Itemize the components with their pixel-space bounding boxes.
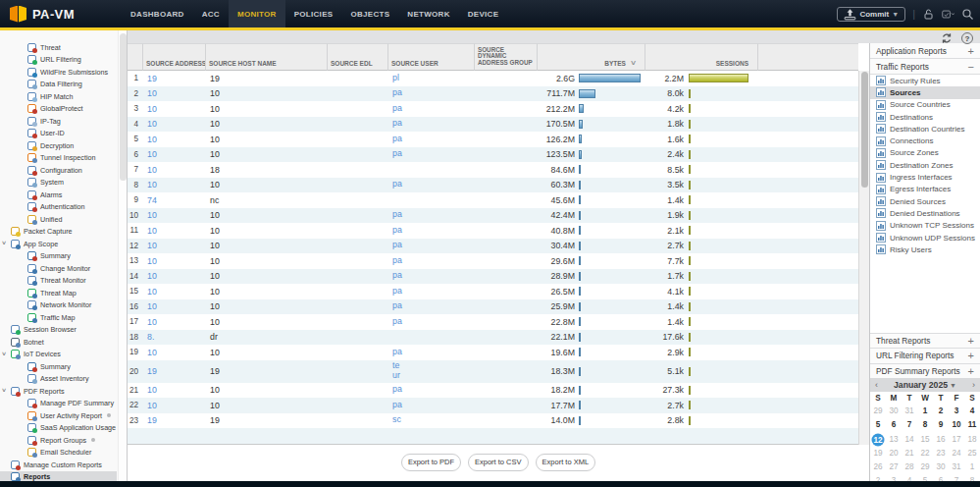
source-address-link[interactable]: 8. (147, 332, 154, 342)
calendar-day[interactable]: 16 (933, 433, 949, 447)
sidebar-item-summary[interactable]: Summary (0, 250, 117, 263)
report-item-denied-destinations[interactable]: Denied Destinations (870, 207, 980, 219)
source-user-link[interactable]: pa (392, 135, 402, 144)
source-address-link[interactable]: 19 (147, 366, 157, 376)
sidebar-item-wildfire-submissions[interactable]: WildFire Submissions (0, 66, 117, 79)
source-address-link[interactable]: 10 (147, 317, 157, 327)
expand-icon[interactable]: + (968, 366, 974, 376)
source-user-link[interactable]: sc (392, 415, 401, 425)
sidebar-item-traffic-map[interactable]: Traffic Map (0, 311, 117, 324)
export-to-xml-button[interactable]: Export to XML (536, 454, 596, 471)
sidebar-item-configuration[interactable]: Configuration (0, 164, 117, 177)
nav-network[interactable]: NETWORK (398, 0, 458, 27)
table-row[interactable]: 51010pa126.2M1.6k (128, 132, 858, 147)
section-traffic-reports[interactable]: Traffic Reports − (870, 59, 980, 75)
sidebar-item-session-browser[interactable]: Session Browser (0, 324, 117, 337)
source-address-link[interactable]: 10 (147, 385, 157, 395)
source-user-link[interactable]: pa (392, 149, 402, 159)
expand-icon[interactable]: + (968, 46, 974, 56)
sidebar-item-data-filtering[interactable]: Data Filtering (0, 79, 117, 91)
report-item-denied-sources[interactable]: Denied Sources (870, 195, 980, 207)
source-user-link[interactable]: pa (392, 180, 402, 189)
col-header-source-user[interactable]: SOURCE USER (388, 43, 475, 71)
table-row[interactable]: 31010pa212.2M4.2k (128, 101, 858, 117)
nav-device[interactable]: DEVICE (459, 0, 508, 27)
collapse-icon[interactable]: − (968, 62, 974, 72)
sidebar-item-threat-map[interactable]: Threat Map (0, 287, 117, 299)
sidebar-item-manage-custom-reports[interactable]: Manage Custom Reports (0, 459, 117, 471)
nav-objects[interactable]: OBJECTS (341, 0, 398, 27)
refresh-icon[interactable] (941, 32, 953, 44)
report-item-destinations[interactable]: Destinations (870, 111, 980, 123)
sidebar-item-decryption[interactable]: Decryption (0, 139, 117, 152)
sidebar-item-ip-tag[interactable]: IP-Tag (0, 115, 117, 128)
source-address-link[interactable]: 10 (147, 256, 157, 266)
table-row[interactable]: 151010pa26.5M4.1k (128, 284, 858, 299)
table-row[interactable]: 21010pa711.7M8.0k (128, 86, 858, 102)
calendar-day[interactable]: 28 (902, 460, 917, 474)
table-row[interactable]: 201919teur18.3M5.1k (128, 360, 858, 383)
section-pdf-summary-reports[interactable]: PDF Summary Reports + (870, 363, 980, 378)
report-item-ingress-interfaces[interactable]: Ingress Interfaces (870, 171, 980, 183)
section-application-reports[interactable]: Application Reports + (870, 43, 980, 59)
sidebar-item-user-id[interactable]: User-ID (0, 128, 117, 140)
table-row[interactable]: 141010pa28.9M1.7k (128, 269, 858, 285)
source-user-link[interactable]: pa (392, 226, 402, 236)
source-user-link[interactable]: pa (392, 119, 402, 129)
table-row[interactable]: 111010pa40.8M2.1k (128, 223, 858, 239)
calendar-day[interactable]: 26 (870, 460, 886, 474)
calendar-day[interactable]: 11 (964, 418, 980, 432)
col-header-sessions[interactable]: SESSIONS (645, 43, 758, 71)
calendar-day[interactable]: 2 (933, 405, 949, 418)
source-address-link[interactable]: 74 (147, 195, 157, 205)
sidebar-item-tunnel-inspection[interactable]: Tunnel Inspection (0, 152, 117, 165)
calendar-day[interactable]: 31 (949, 460, 964, 474)
report-item-source-countries[interactable]: Source Countries (870, 99, 980, 111)
source-user-link[interactable]: pa (392, 104, 402, 114)
calendar-day[interactable]: 25 (964, 447, 980, 460)
calendar-day[interactable]: 24 (949, 447, 964, 460)
table-row[interactable]: 61010pa123.5M2.4k (128, 147, 858, 163)
sidebar-item-manage-pdf-summary[interactable]: Manage PDF Summary (0, 398, 117, 410)
source-address-link[interactable]: 10 (147, 210, 157, 220)
sidebar-item-change-monitor[interactable]: Change Monitor (0, 262, 117, 275)
table-row[interactable]: 41010pa170.5M1.8k (128, 117, 858, 133)
calendar-day[interactable]: 15 (917, 433, 933, 447)
calendar-day[interactable]: 14 (902, 433, 917, 447)
source-user-link[interactable]: pa (392, 210, 402, 220)
calendar-day[interactable]: 17 (949, 433, 964, 447)
sidebar-item-threat[interactable]: Threat (0, 41, 117, 54)
col-header-source-host-name[interactable]: SOURCE HOST NAME (206, 43, 328, 71)
sidebar-item-unified[interactable]: Unified (0, 213, 117, 226)
sidebar-item-asset-inventory[interactable]: Asset Inventory (0, 373, 117, 386)
source-address-link[interactable]: 10 (147, 165, 157, 175)
source-address-link[interactable]: 10 (147, 226, 157, 236)
table-row[interactable]: 171010pa22.8M1.4k (128, 314, 858, 330)
calendar-day[interactable]: 5 (870, 418, 886, 432)
source-address-link[interactable]: 10 (147, 119, 157, 129)
sidebar-item-packet-capture[interactable]: Packet Capture (0, 226, 117, 239)
table-row[interactable]: 231919sc14.0M2.8k (128, 413, 858, 429)
sidebar-item-email-scheduler[interactable]: Email Scheduler (0, 447, 117, 460)
calendar-day[interactable]: 9 (933, 418, 949, 432)
calendar-day[interactable]: 19 (870, 447, 886, 460)
source-user-link[interactable]: pa (392, 287, 402, 297)
calendar-day-selected[interactable]: 12 (870, 433, 886, 447)
calendar-day[interactable]: 30 (933, 460, 949, 474)
chevron-down-icon[interactable]: ∨ (1, 240, 7, 245)
report-item-sources[interactable]: Sources (870, 86, 980, 98)
calendar-day[interactable]: 13 (886, 433, 902, 447)
source-address-link[interactable]: 10 (147, 135, 157, 144)
expand-icon[interactable]: + (968, 351, 974, 360)
nav-dashboard[interactable]: DASHBOARD (122, 0, 193, 27)
source-address-link[interactable]: 10 (147, 348, 157, 357)
calendar-day[interactable]: 29 (917, 460, 933, 474)
table-row[interactable]: 161010pa25.9M1.4k (128, 299, 858, 315)
report-item-connections[interactable]: Connections (870, 135, 980, 146)
nav-monitor[interactable]: MONITOR (229, 0, 285, 27)
source-address-link[interactable]: 19 (147, 415, 157, 425)
table-scrollbar-thumb[interactable] (861, 72, 868, 188)
sidebar-item-authentication[interactable]: Authentication (0, 201, 117, 214)
sidebar-item-system[interactable]: System (0, 177, 117, 189)
search-icon[interactable] (961, 8, 974, 21)
